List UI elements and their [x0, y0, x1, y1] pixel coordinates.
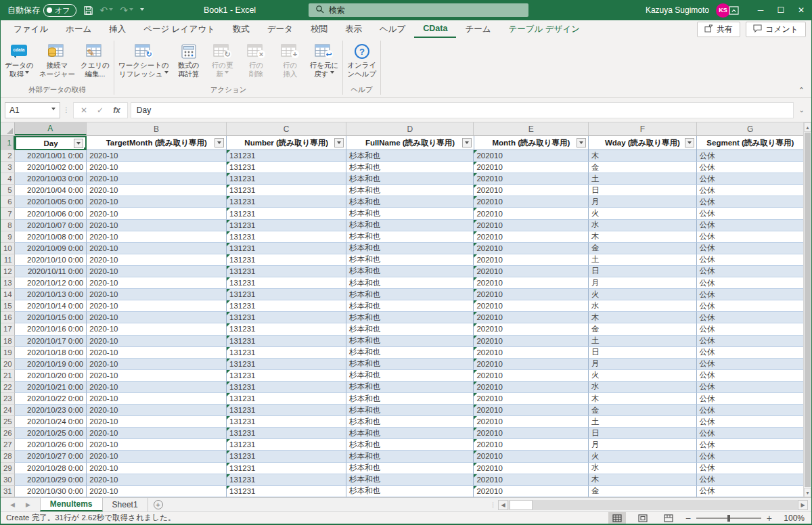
cell-B31[interactable]: 2020-10 — [87, 486, 227, 497]
cell-B8[interactable]: 2020-10 — [87, 220, 227, 231]
row-header-24[interactable]: 24 — [1, 405, 15, 416]
cell-D26[interactable]: 杉本和也 — [346, 428, 474, 439]
cell-G20[interactable]: 公休 — [697, 359, 805, 370]
cell-E13[interactable]: 202010 — [474, 277, 589, 289]
cell-B17[interactable]: 2020-10 — [87, 323, 227, 335]
cell-F28[interactable]: 火 — [589, 451, 696, 462]
row-header-28[interactable]: 28 — [1, 451, 15, 462]
cell-C20[interactable]: 131231 — [227, 359, 346, 370]
cell-D28[interactable]: 杉本和也 — [346, 451, 474, 462]
cell-B18[interactable]: 2020-10 — [87, 336, 227, 347]
cell-E22[interactable]: 202010 — [474, 382, 589, 393]
cell-C17[interactable]: 131231 — [227, 323, 346, 335]
cell-F21[interactable]: 火 — [589, 370, 696, 382]
customize-qat-icon[interactable] — [140, 8, 144, 13]
cell-B24[interactable]: 2020-10 — [87, 405, 227, 416]
cell-C25[interactable]: 131231 — [227, 416, 346, 428]
cell-C22[interactable]: 131231 — [227, 382, 346, 393]
cell-E8[interactable]: 202010 — [474, 220, 589, 231]
horizontal-scrollbar[interactable]: ⋮ ◀ ▶ — [490, 499, 808, 510]
cell-F9[interactable]: 木 — [589, 231, 696, 243]
cell-A31[interactable]: 2020/10/30 0:00 — [15, 486, 87, 497]
cell-A23[interactable]: 2020/10/22 0:00 — [15, 393, 87, 405]
cell-A7[interactable]: 2020/10/06 0:00 — [15, 208, 87, 219]
cell-D3[interactable]: 杉本和也 — [346, 162, 474, 173]
enter-icon[interactable]: ✓ — [97, 106, 104, 115]
column-header-E[interactable]: E — [474, 122, 589, 135]
cell-A19[interactable]: 2020/10/18 0:00 — [15, 347, 87, 359]
column-header-A[interactable]: A — [15, 122, 87, 135]
cell-E10[interactable]: 202010 — [474, 243, 589, 254]
cell-E26[interactable]: 202010 — [474, 428, 589, 439]
cell-F22[interactable]: 水 — [589, 382, 696, 393]
select-all-corner[interactable] — [1, 122, 15, 135]
cell-D7[interactable]: 杉本和也 — [346, 208, 474, 219]
cell-D16[interactable]: 杉本和也 — [346, 312, 474, 323]
ribbon-tab-ホーム[interactable]: ホーム — [57, 20, 100, 38]
ribbon-tab-テーブル-デザイン[interactable]: テーブル デザイン — [500, 20, 589, 38]
cell-G6[interactable]: 公休 — [697, 196, 805, 208]
ribbon-button-接続マネージャー[interactable]: 接続マネージャー — [37, 39, 78, 80]
ribbon-tab-データ[interactable]: データ — [258, 20, 302, 38]
search-input[interactable]: 検索 — [309, 3, 528, 17]
ribbon-tab-校閲[interactable]: 校閲 — [302, 20, 336, 38]
cell-G9[interactable]: 公休 — [697, 231, 805, 243]
cell-F4[interactable]: 土 — [589, 173, 696, 185]
cell-C16[interactable]: 131231 — [227, 312, 346, 323]
cell-B19[interactable]: 2020-10 — [87, 347, 227, 359]
cell-B13[interactable]: 2020-10 — [87, 277, 227, 289]
cell-A27[interactable]: 2020/10/26 0:00 — [15, 439, 87, 451]
cell-E19[interactable]: 202010 — [474, 347, 589, 359]
prev-sheet-icon[interactable]: ◀ — [10, 501, 15, 508]
cell-E3[interactable]: 202010 — [474, 162, 589, 173]
filter-dropdown-icon[interactable] — [577, 138, 586, 147]
cell-G15[interactable]: 公休 — [697, 300, 805, 312]
cell-F20[interactable]: 月 — [589, 359, 696, 370]
cell-B15[interactable]: 2020-10 — [87, 300, 227, 312]
cell-A18[interactable]: 2020/10/17 0:00 — [15, 336, 87, 347]
cell-B20[interactable]: 2020-10 — [87, 359, 227, 370]
row-header-1[interactable]: 1 — [1, 136, 15, 150]
cell-A11[interactable]: 2020/10/10 0:00 — [15, 254, 87, 266]
cell-D29[interactable]: 杉本和也 — [346, 463, 474, 474]
cell-D17[interactable]: 杉本和也 — [346, 323, 474, 335]
cell-G2[interactable]: 公休 — [697, 150, 805, 162]
row-header-25[interactable]: 25 — [1, 416, 15, 428]
row-header-2[interactable]: 2 — [1, 150, 15, 162]
cell-G22[interactable]: 公休 — [697, 382, 805, 393]
sheet-tab-MenuItems[interactable]: MenuItems — [40, 498, 103, 511]
ribbon-button-オンラインヘルプ[interactable]: ?オンラインヘルプ — [344, 39, 379, 80]
row-header-20[interactable]: 20 — [1, 359, 15, 370]
cell-E29[interactable]: 202010 — [474, 463, 589, 474]
cell-G16[interactable]: 公休 — [697, 312, 805, 323]
ribbon-display-options-icon[interactable] — [723, 0, 744, 20]
cell-D22[interactable]: 杉本和也 — [346, 382, 474, 393]
filter-dropdown-icon[interactable] — [74, 139, 83, 148]
cell-D5[interactable]: 杉本和也 — [346, 185, 474, 196]
ribbon-button-データの取得[interactable]: cdataデータの取得 — [2, 39, 37, 80]
cell-E25[interactable]: 202010 — [474, 416, 589, 428]
ribbon-tab-表示[interactable]: 表示 — [336, 20, 371, 38]
horizontal-scroll-thumb[interactable] — [510, 500, 533, 510]
ribbon-tab-ページ-レイアウト[interactable]: ページ レイアウト — [135, 20, 224, 38]
cell-F17[interactable]: 金 — [589, 323, 696, 335]
table-header-G[interactable]: Segment (読み取り専用) — [697, 136, 805, 150]
comment-button[interactable]: コメント — [746, 22, 806, 37]
filter-dropdown-icon[interactable] — [334, 138, 344, 147]
cell-F3[interactable]: 金 — [589, 162, 696, 173]
cell-E4[interactable]: 202010 — [474, 173, 589, 185]
cell-G23[interactable]: 公休 — [697, 393, 805, 405]
zoom-in-icon[interactable]: + — [767, 513, 772, 523]
cell-G17[interactable]: 公休 — [697, 323, 805, 335]
cell-C24[interactable]: 131231 — [227, 405, 346, 416]
cell-C2[interactable]: 131231 — [227, 150, 346, 162]
cell-F16[interactable]: 木 — [589, 312, 696, 323]
cell-B27[interactable]: 2020-10 — [87, 439, 227, 451]
cell-A28[interactable]: 2020/10/27 0:00 — [15, 451, 87, 462]
cell-B29[interactable]: 2020-10 — [87, 463, 227, 474]
cell-G26[interactable]: 公休 — [697, 428, 805, 439]
cell-B22[interactable]: 2020-10 — [87, 382, 227, 393]
cell-A30[interactable]: 2020/10/29 0:00 — [15, 474, 87, 486]
cell-C30[interactable]: 131231 — [227, 474, 346, 486]
table-header-A[interactable]: Day — [15, 136, 87, 150]
